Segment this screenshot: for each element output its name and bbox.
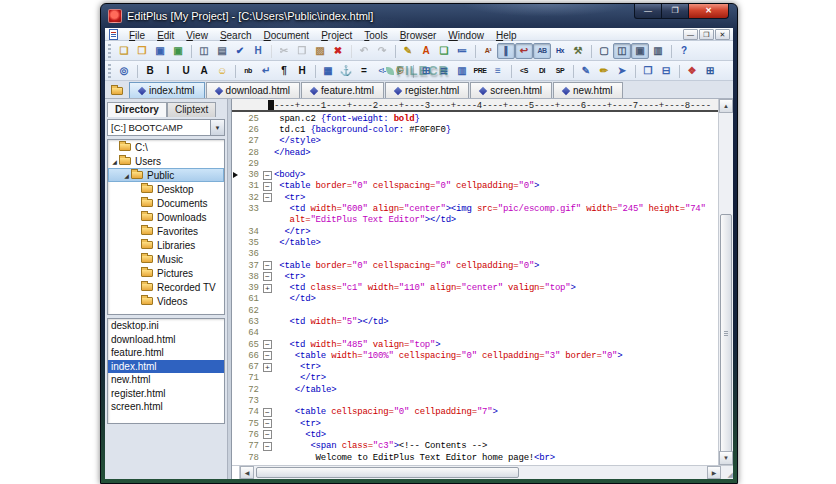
chevron-down-icon[interactable]: ▼: [210, 120, 224, 135]
expand-arrow-icon[interactable]: ◢: [110, 158, 119, 165]
toolbar-button[interactable]: PRE: [471, 63, 489, 79]
toolbar-button[interactable]: I: [159, 63, 177, 79]
document-tab[interactable]: register.html: [385, 82, 469, 98]
toolbar-button[interactable]: H: [249, 43, 267, 59]
toolbar-button[interactable]: ▥: [649, 43, 667, 59]
menu-item[interactable]: Document: [258, 30, 316, 41]
tree-item[interactable]: ◢ Documents: [108, 196, 224, 210]
fold-toggle[interactable]: [263, 272, 272, 281]
toolbar-button[interactable]: ▢: [595, 43, 613, 59]
file-list-item[interactable]: screen.html: [108, 400, 224, 414]
fold-toggle[interactable]: [263, 351, 272, 360]
toolbar-button[interactable]: ❐: [639, 63, 657, 79]
toolbar-button[interactable]: ❒: [293, 43, 311, 59]
toolbar-button[interactable]: ▤: [213, 43, 231, 59]
tree-item[interactable]: ◢ Users: [108, 154, 224, 168]
tree-item[interactable]: ◢ Pictures: [108, 266, 224, 280]
fold-toggle[interactable]: [263, 171, 272, 180]
toolbar-button[interactable]: ≔: [453, 43, 471, 59]
drive-selector[interactable]: [C:] BOOTCAMP ▼: [107, 119, 225, 136]
toolbar-button[interactable]: ↶: [355, 43, 373, 59]
file-list-item[interactable]: index.html: [108, 360, 224, 374]
toolbar-button[interactable]: ¶: [275, 63, 293, 79]
toolbar-button[interactable]: ↩: [515, 43, 533, 59]
menu-item[interactable]: Tools: [358, 30, 393, 41]
toolbar-button[interactable]: ❏: [435, 43, 453, 59]
toolbar-button[interactable]: ≣: [435, 63, 453, 79]
menu-item[interactable]: Window: [442, 30, 490, 41]
toolbar-button[interactable]: ✎: [399, 43, 417, 59]
code-area[interactable]: 25 span.c2 {font-weight: bold} 26 td.c: [232, 112, 733, 479]
toolbar-grip[interactable]: [108, 64, 111, 78]
fold-toggle[interactable]: [263, 442, 272, 451]
toolbar-button[interactable]: ➤: [613, 63, 631, 79]
document-tab[interactable]: screen.html: [470, 82, 552, 98]
tree-item[interactable]: ◢ Public: [108, 168, 224, 182]
document-tab[interactable]: feature.html: [301, 82, 384, 98]
toolbar-button[interactable]: U: [177, 63, 195, 79]
fold-toggle[interactable]: [263, 340, 272, 349]
document-tab[interactable]: new.html: [553, 82, 622, 98]
toolbar-button[interactable]: ▨: [311, 43, 329, 59]
minimize-button[interactable]: —: [634, 4, 662, 19]
maximize-button[interactable]: ❐: [662, 4, 689, 19]
toolbar-button[interactable]: Hx: [551, 43, 569, 59]
menu-item[interactable]: Browser: [394, 30, 443, 41]
fold-toggle[interactable]: [263, 430, 272, 439]
tab-list-button[interactable]: [107, 83, 127, 98]
close-button[interactable]: ✕: [689, 4, 729, 19]
mdi-control-button[interactable]: ❐: [699, 29, 714, 40]
toolbar-button[interactable]: ✏: [595, 63, 613, 79]
toolbar-button[interactable]: ⊞: [417, 63, 435, 79]
toolbar-button[interactable]: ❖: [683, 63, 701, 79]
toolbar-grip[interactable]: [108, 44, 111, 58]
toolbar-button[interactable]: H: [293, 63, 311, 79]
toolbar-button[interactable]: ◫: [613, 43, 631, 59]
toolbar-button[interactable]: ▦: [319, 63, 337, 79]
toolbar-button[interactable]: ◎: [115, 63, 133, 79]
toolbar-button[interactable]: <!-: [373, 63, 391, 79]
mdi-control-button[interactable]: ✕: [715, 29, 730, 40]
toolbar-button[interactable]: ©: [391, 63, 409, 79]
toolbar-button[interactable]: nb: [239, 63, 257, 79]
tree-item[interactable]: ◢ Libraries: [108, 238, 224, 252]
toolbar-button[interactable]: ✂: [275, 43, 293, 59]
toolbar-button[interactable]: ∥: [497, 43, 515, 59]
toolbar-button[interactable]: A: [417, 43, 435, 59]
toolbar-button[interactable]: =: [355, 63, 373, 79]
horizontal-scroll-track[interactable]: [254, 466, 707, 479]
toolbar-button[interactable]: ⊞: [701, 63, 719, 79]
vertical-scrollbar[interactable]: ▲ ▼: [718, 99, 733, 465]
expand-arrow-icon[interactable]: ◢: [122, 172, 131, 179]
fold-toggle[interactable]: [263, 363, 272, 372]
toolbar-button[interactable]: ❐: [133, 43, 151, 59]
file-list-item[interactable]: new.html: [108, 373, 224, 387]
toolbar-button[interactable]: A: [195, 63, 213, 79]
fold-toggle[interactable]: [263, 182, 272, 191]
toolbar-button[interactable]: SP: [551, 63, 569, 79]
tree-item[interactable]: ◢ Desktop: [108, 182, 224, 196]
toolbar-button[interactable]: ✖: [329, 43, 347, 59]
toolbar-button[interactable]: ▣: [631, 43, 649, 59]
title-bar[interactable]: EditPlus [My Project] - [C:\Users\Public…: [101, 4, 737, 28]
document-tab[interactable]: download.html: [206, 82, 300, 98]
horizontal-scroll-thumb[interactable]: [256, 467, 519, 478]
menu-item[interactable]: Help: [490, 30, 523, 41]
toolbar-button[interactable]: ◫: [195, 43, 213, 59]
menu-item[interactable]: Project: [315, 30, 358, 41]
document-icon[interactable]: [109, 29, 118, 40]
document-tab[interactable]: index.html: [129, 82, 205, 98]
file-list-item[interactable]: feature.html: [108, 346, 224, 360]
fold-toggle[interactable]: [263, 284, 272, 293]
fold-toggle[interactable]: [263, 261, 272, 270]
menu-item[interactable]: Search: [214, 30, 258, 41]
toolbar-button[interactable]: ✎: [577, 63, 595, 79]
toolbar-button[interactable]: ⚓: [337, 63, 355, 79]
file-list-item[interactable]: desktop.ini: [108, 319, 224, 333]
toolbar-button[interactable]: B: [141, 63, 159, 79]
tree-item[interactable]: ◢ Recorded TV: [108, 280, 224, 294]
menu-item[interactable]: Edit: [151, 30, 180, 41]
sidebar-tab[interactable]: Cliptext: [167, 102, 216, 117]
toolbar-button[interactable]: ⚒: [569, 43, 587, 59]
sidebar-tab[interactable]: Directory: [107, 102, 167, 117]
